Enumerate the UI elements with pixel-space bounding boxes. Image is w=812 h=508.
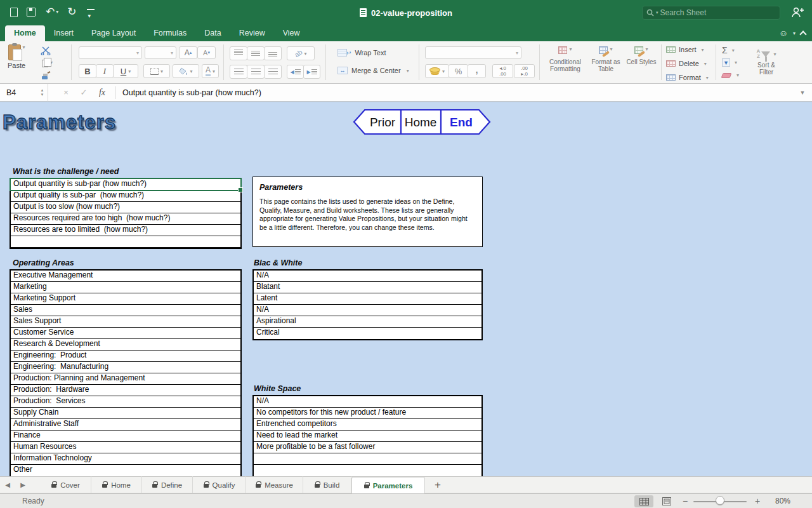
wordart-title[interactable]: Parameters <box>3 111 116 134</box>
operating-row[interactable]: Production: Services <box>11 396 240 408</box>
decrease-indent-button[interactable]: ◀ <box>287 65 304 79</box>
tab-insert[interactable]: Insert <box>45 25 82 41</box>
paste-button[interactable]: ▾ Paste <box>8 44 25 69</box>
challenge-row[interactable]: Resources are too limited (how much?) <box>11 225 240 236</box>
search-input[interactable] <box>660 8 776 17</box>
wrap-text-button[interactable]: ↩ Wrap Text <box>337 49 386 57</box>
worksheet-area[interactable]: Parameters Prior Home End What is the ch… <box>0 102 812 476</box>
name-box-stepper[interactable]: ▲ ▼ <box>37 84 48 102</box>
navigation-shape[interactable]: Prior Home End <box>352 107 492 137</box>
currency-caret-icon[interactable]: ▾ <box>442 69 445 74</box>
grow-font-button[interactable]: A▴ <box>179 46 197 59</box>
black-white-row[interactable]: Latent <box>254 293 481 305</box>
black-white-row[interactable]: N/A <box>254 271 481 282</box>
align-right-button[interactable] <box>264 65 282 79</box>
white-space-row[interactable] <box>254 453 481 465</box>
normal-view-button[interactable] <box>634 495 653 507</box>
operating-row[interactable]: Executive Management <box>11 271 240 282</box>
increase-indent-button[interactable]: ▶ <box>303 65 320 79</box>
operating-row[interactable]: Customer Service <box>11 328 240 339</box>
operating-row[interactable]: Marketing Support <box>11 293 240 305</box>
format-cells-caret-icon[interactable]: ▾ <box>706 75 709 81</box>
autosum-caret-icon[interactable]: ▾ <box>732 48 735 53</box>
font-name-select[interactable] <box>79 46 142 59</box>
cancel-entry-icon[interactable]: × <box>57 88 75 97</box>
nav-prior-button[interactable]: Prior <box>370 116 396 129</box>
white-space-row[interactable]: Need to lead the market <box>254 431 481 442</box>
nav-end-button[interactable]: End <box>450 116 473 129</box>
align-top-button[interactable] <box>230 46 247 60</box>
increase-decimal-button[interactable]: ◂.0 .00 <box>492 64 513 78</box>
insert-cells-button[interactable]: Insert ▾ <box>666 46 704 53</box>
borders-caret-icon[interactable]: ▾ <box>160 69 163 74</box>
white-space-row[interactable]: More profitable to be a fast follower <box>254 442 481 453</box>
black-white-row[interactable]: Blatant <box>254 282 481 293</box>
black-white-row[interactable]: Aspirational <box>254 316 481 328</box>
format-as-table-button[interactable]: ▾ Format as Table <box>587 46 624 72</box>
orientation-caret-icon[interactable]: ▾ <box>304 51 307 57</box>
merge-center-caret-icon[interactable]: ▾ <box>407 68 409 74</box>
cut-icon[interactable] <box>41 46 52 55</box>
share-add-person-icon[interactable] <box>790 6 804 18</box>
operating-row[interactable]: Research & Development <box>11 339 240 351</box>
tab-home[interactable]: Home <box>5 25 45 41</box>
tab-data[interactable]: Data <box>195 25 230 41</box>
align-left-button[interactable] <box>230 65 247 79</box>
feedback-caret-icon[interactable]: ▾ <box>793 30 796 36</box>
sheet-tab-cover[interactable]: Cover <box>41 476 91 493</box>
operating-row[interactable]: Administrative Staff <box>11 419 240 431</box>
tab-review[interactable]: Review <box>230 25 274 41</box>
white-space-row[interactable]: N/A <box>254 396 481 408</box>
percent-format-button[interactable]: % <box>449 64 468 78</box>
search-scope-caret-icon[interactable]: ▾ <box>656 10 658 15</box>
challenge-row[interactable]: Output quantity is sub-par (how much?) <box>11 179 240 190</box>
delete-cells-caret-icon[interactable]: ▾ <box>704 61 707 67</box>
operating-row[interactable]: Marketing <box>11 282 240 293</box>
white-space-row[interactable] <box>254 465 481 476</box>
borders-button[interactable]: ▾ <box>143 64 170 78</box>
undo-caret-icon[interactable]: ▾ <box>56 5 58 19</box>
clear-button[interactable]: ▾ <box>722 72 739 78</box>
delete-cells-button[interactable]: Delete ▾ <box>666 60 707 67</box>
undo-button[interactable]: ↶▾ <box>46 5 58 19</box>
nav-home-button[interactable]: Home <box>405 116 437 129</box>
sort-filter-button[interactable]: AZ ▾ Sort & Filter <box>749 46 784 76</box>
challenge-row[interactable]: Resources required are too high (how muc… <box>11 213 240 225</box>
save-button[interactable] <box>27 8 36 17</box>
operating-row[interactable]: Finance <box>11 431 240 442</box>
insert-cells-caret-icon[interactable]: ▾ <box>702 47 704 53</box>
sheet-tab-build[interactable]: Build <box>303 476 351 493</box>
cell-styles-button[interactable]: ▾ Cell Styles <box>625 46 657 65</box>
fill-caret-icon[interactable]: ▾ <box>735 60 737 65</box>
zoom-slider-thumb[interactable] <box>716 496 724 505</box>
zoom-in-button[interactable]: + <box>755 496 760 506</box>
tab-page-layout[interactable]: Page Layout <box>82 25 145 41</box>
operating-row[interactable]: Sales Support <box>11 316 240 328</box>
new-document-button[interactable] <box>10 8 18 17</box>
black-white-row[interactable]: N/A <box>254 305 481 316</box>
font-size-select[interactable] <box>145 46 176 59</box>
tab-view[interactable]: View <box>274 25 309 41</box>
redo-button[interactable]: ↻ <box>67 5 76 19</box>
fill-color-caret-icon[interactable]: ▾ <box>190 69 192 74</box>
sheet-tab-define[interactable]: Define <box>142 476 193 493</box>
sheet-tab-home[interactable]: Home <box>91 476 142 493</box>
font-color-caret-icon[interactable]: ▾ <box>213 69 215 74</box>
align-bottom-button[interactable] <box>264 46 282 60</box>
shrink-font-button[interactable]: A▾ <box>197 46 216 59</box>
clear-caret-icon[interactable]: ▾ <box>737 72 739 78</box>
conditional-formatting-button[interactable]: ▾ Conditional Formatting <box>544 46 586 72</box>
operating-row[interactable]: Production: Planning and Management <box>11 373 240 385</box>
bold-button[interactable]: B <box>79 64 96 78</box>
insert-function-icon[interactable]: fx <box>93 88 112 98</box>
confirm-entry-icon[interactable]: ✓ <box>75 88 93 97</box>
operating-row[interactable]: Engineering: Product <box>11 351 240 362</box>
decrease-decimal-button[interactable]: .00 ▸.0 <box>514 64 535 78</box>
customize-toolbar-button[interactable] <box>87 9 95 15</box>
collapse-ribbon-icon[interactable] <box>799 30 806 37</box>
autosum-button[interactable]: Σ ▾ <box>722 45 735 55</box>
format-painter-icon[interactable] <box>41 71 51 81</box>
stepper-up-icon[interactable]: ▲ <box>41 88 44 93</box>
format-cells-button[interactable]: Format ▾ <box>666 74 709 81</box>
search-box[interactable]: ▾ <box>642 6 780 20</box>
